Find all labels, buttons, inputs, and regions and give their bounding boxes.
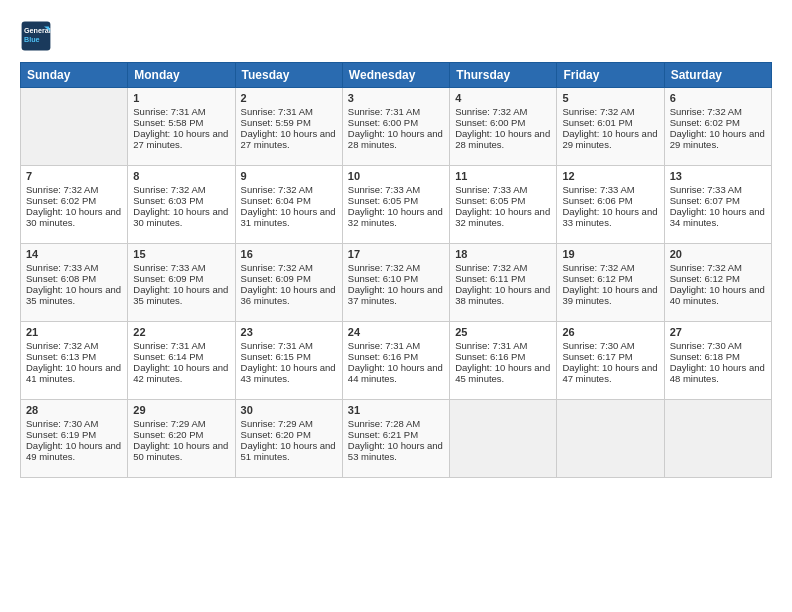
daylight: Daylight: 10 hours and 31 minutes. — [241, 206, 336, 228]
day-number: 11 — [455, 170, 551, 182]
sunrise: Sunrise: 7:32 AM — [455, 106, 527, 117]
calendar-cell: 6Sunrise: 7:32 AMSunset: 6:02 PMDaylight… — [664, 88, 771, 166]
calendar-cell: 24Sunrise: 7:31 AMSunset: 6:16 PMDayligh… — [342, 322, 449, 400]
sunrise: Sunrise: 7:31 AM — [348, 106, 420, 117]
sunrise: Sunrise: 7:30 AM — [670, 340, 742, 351]
day-number: 7 — [26, 170, 122, 182]
sunrise: Sunrise: 7:31 AM — [241, 106, 313, 117]
sunrise: Sunrise: 7:31 AM — [455, 340, 527, 351]
sunset: Sunset: 6:02 PM — [670, 117, 740, 128]
calendar-cell: 19Sunrise: 7:32 AMSunset: 6:12 PMDayligh… — [557, 244, 664, 322]
day-number: 23 — [241, 326, 337, 338]
calendar-week-row: 21Sunrise: 7:32 AMSunset: 6:13 PMDayligh… — [21, 322, 772, 400]
day-number: 2 — [241, 92, 337, 104]
day-number: 31 — [348, 404, 444, 416]
sunrise: Sunrise: 7:30 AM — [562, 340, 634, 351]
calendar-cell: 4Sunrise: 7:32 AMSunset: 6:00 PMDaylight… — [450, 88, 557, 166]
day-number: 27 — [670, 326, 766, 338]
day-number: 9 — [241, 170, 337, 182]
day-number: 10 — [348, 170, 444, 182]
daylight: Daylight: 10 hours and 30 minutes. — [26, 206, 121, 228]
day-number: 13 — [670, 170, 766, 182]
day-number: 15 — [133, 248, 229, 260]
calendar-cell: 21Sunrise: 7:32 AMSunset: 6:13 PMDayligh… — [21, 322, 128, 400]
column-header-monday: Monday — [128, 63, 235, 88]
day-number: 16 — [241, 248, 337, 260]
header: General Blue — [20, 20, 772, 52]
calendar-cell: 27Sunrise: 7:30 AMSunset: 6:18 PMDayligh… — [664, 322, 771, 400]
day-number: 17 — [348, 248, 444, 260]
sunrise: Sunrise: 7:33 AM — [455, 184, 527, 195]
calendar-header-row: SundayMondayTuesdayWednesdayThursdayFrid… — [21, 63, 772, 88]
daylight: Daylight: 10 hours and 48 minutes. — [670, 362, 765, 384]
daylight: Daylight: 10 hours and 50 minutes. — [133, 440, 228, 462]
sunrise: Sunrise: 7:31 AM — [133, 340, 205, 351]
calendar-cell: 9Sunrise: 7:32 AMSunset: 6:04 PMDaylight… — [235, 166, 342, 244]
day-number: 26 — [562, 326, 658, 338]
daylight: Daylight: 10 hours and 39 minutes. — [562, 284, 657, 306]
calendar-cell: 22Sunrise: 7:31 AMSunset: 6:14 PMDayligh… — [128, 322, 235, 400]
sunset: Sunset: 6:01 PM — [562, 117, 632, 128]
sunset: Sunset: 6:19 PM — [26, 429, 96, 440]
sunrise: Sunrise: 7:32 AM — [26, 184, 98, 195]
sunset: Sunset: 6:03 PM — [133, 195, 203, 206]
calendar-week-row: 1Sunrise: 7:31 AMSunset: 5:58 PMDaylight… — [21, 88, 772, 166]
day-number: 1 — [133, 92, 229, 104]
sunrise: Sunrise: 7:31 AM — [348, 340, 420, 351]
sunrise: Sunrise: 7:32 AM — [26, 340, 98, 351]
sunset: Sunset: 6:12 PM — [670, 273, 740, 284]
daylight: Daylight: 10 hours and 42 minutes. — [133, 362, 228, 384]
calendar-cell: 18Sunrise: 7:32 AMSunset: 6:11 PMDayligh… — [450, 244, 557, 322]
calendar-cell: 23Sunrise: 7:31 AMSunset: 6:15 PMDayligh… — [235, 322, 342, 400]
day-number: 12 — [562, 170, 658, 182]
daylight: Daylight: 10 hours and 35 minutes. — [26, 284, 121, 306]
svg-text:Blue: Blue — [24, 35, 40, 44]
daylight: Daylight: 10 hours and 43 minutes. — [241, 362, 336, 384]
calendar-cell: 29Sunrise: 7:29 AMSunset: 6:20 PMDayligh… — [128, 400, 235, 478]
daylight: Daylight: 10 hours and 35 minutes. — [133, 284, 228, 306]
sunrise: Sunrise: 7:32 AM — [562, 262, 634, 273]
calendar-cell — [21, 88, 128, 166]
calendar-week-row: 14Sunrise: 7:33 AMSunset: 6:08 PMDayligh… — [21, 244, 772, 322]
daylight: Daylight: 10 hours and 29 minutes. — [562, 128, 657, 150]
daylight: Daylight: 10 hours and 49 minutes. — [26, 440, 121, 462]
calendar-week-row: 28Sunrise: 7:30 AMSunset: 6:19 PMDayligh… — [21, 400, 772, 478]
sunset: Sunset: 6:18 PM — [670, 351, 740, 362]
daylight: Daylight: 10 hours and 30 minutes. — [133, 206, 228, 228]
column-header-saturday: Saturday — [664, 63, 771, 88]
sunset: Sunset: 6:00 PM — [348, 117, 418, 128]
calendar-cell: 25Sunrise: 7:31 AMSunset: 6:16 PMDayligh… — [450, 322, 557, 400]
column-header-friday: Friday — [557, 63, 664, 88]
sunset: Sunset: 6:07 PM — [670, 195, 740, 206]
sunrise: Sunrise: 7:28 AM — [348, 418, 420, 429]
day-number: 21 — [26, 326, 122, 338]
daylight: Daylight: 10 hours and 53 minutes. — [348, 440, 443, 462]
day-number: 25 — [455, 326, 551, 338]
day-number: 3 — [348, 92, 444, 104]
sunset: Sunset: 6:02 PM — [26, 195, 96, 206]
day-number: 29 — [133, 404, 229, 416]
sunrise: Sunrise: 7:29 AM — [133, 418, 205, 429]
daylight: Daylight: 10 hours and 34 minutes. — [670, 206, 765, 228]
calendar-table: SundayMondayTuesdayWednesdayThursdayFrid… — [20, 62, 772, 478]
sunset: Sunset: 6:14 PM — [133, 351, 203, 362]
calendar-cell: 26Sunrise: 7:30 AMSunset: 6:17 PMDayligh… — [557, 322, 664, 400]
day-number: 19 — [562, 248, 658, 260]
sunset: Sunset: 6:20 PM — [133, 429, 203, 440]
sunset: Sunset: 6:17 PM — [562, 351, 632, 362]
sunset: Sunset: 6:05 PM — [348, 195, 418, 206]
sunset: Sunset: 6:05 PM — [455, 195, 525, 206]
sunrise: Sunrise: 7:32 AM — [348, 262, 420, 273]
sunset: Sunset: 6:04 PM — [241, 195, 311, 206]
daylight: Daylight: 10 hours and 29 minutes. — [670, 128, 765, 150]
calendar-cell — [450, 400, 557, 478]
calendar-cell: 31Sunrise: 7:28 AMSunset: 6:21 PMDayligh… — [342, 400, 449, 478]
sunrise: Sunrise: 7:29 AM — [241, 418, 313, 429]
sunset: Sunset: 6:09 PM — [241, 273, 311, 284]
calendar-cell: 3Sunrise: 7:31 AMSunset: 6:00 PMDaylight… — [342, 88, 449, 166]
day-number: 24 — [348, 326, 444, 338]
sunset: Sunset: 6:06 PM — [562, 195, 632, 206]
daylight: Daylight: 10 hours and 40 minutes. — [670, 284, 765, 306]
daylight: Daylight: 10 hours and 32 minutes. — [455, 206, 550, 228]
day-number: 28 — [26, 404, 122, 416]
